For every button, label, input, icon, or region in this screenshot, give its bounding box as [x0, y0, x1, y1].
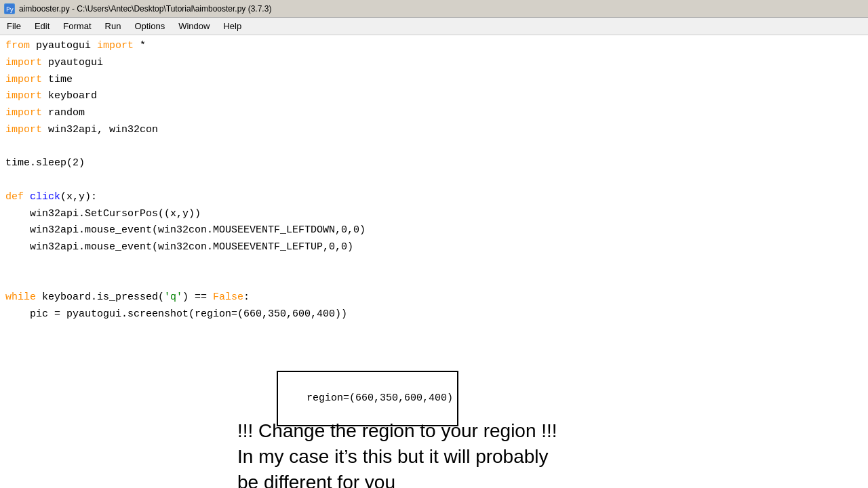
svg-text:Py: Py: [6, 6, 14, 13]
code-line-blank3: [5, 256, 863, 273]
code-line-blank4: [5, 273, 863, 290]
menu-file[interactable]: File: [0, 20, 28, 33]
callout-line3: be different for you: [237, 470, 678, 488]
code-line-10: def click(x,y):: [5, 189, 863, 206]
code-line-8: time.sleep(2): [5, 155, 863, 172]
code-line-12: win32api.mouse_event(win32con.MOUSEEVENT…: [5, 222, 863, 239]
menu-options[interactable]: Options: [127, 20, 172, 33]
code-line-3: import time: [5, 72, 863, 89]
annotation-text: region=(660,350,600,400): [307, 392, 453, 404]
menu-edit[interactable]: Edit: [28, 20, 56, 33]
callout-box: !!! Change the region to your region !!!…: [237, 418, 678, 488]
menu-bar: File Edit Format Run Options Window Help: [0, 18, 868, 35]
code-line-13: win32api.mouse_event(win32con.MOUSEEVENT…: [5, 239, 863, 256]
code-line-blank1: [5, 139, 863, 156]
window-title: aimbooster.py - C:\Users\Antec\Desktop\T…: [19, 4, 271, 14]
code-line-11: win32api.SetCursorPos((x,y)): [5, 206, 863, 223]
code-line-5: import random: [5, 105, 863, 122]
code-editor[interactable]: from pyautogui import * import pyautogui…: [0, 35, 868, 326]
menu-run[interactable]: Run: [98, 20, 128, 33]
callout-line2: In my case it’s this but it will probabl…: [237, 444, 678, 470]
code-line-16: while keyboard.is_pressed('q') == False:: [5, 289, 863, 306]
menu-help[interactable]: Help: [216, 20, 248, 33]
code-line-4: import keyboard: [5, 88, 863, 105]
callout-line1: !!! Change the region to your region !!!: [237, 418, 678, 444]
menu-format[interactable]: Format: [56, 20, 98, 33]
code-line-6: import win32api, win32con: [5, 122, 863, 139]
code-line-blank2: [5, 172, 863, 189]
code-line-2: import pyautogui: [5, 55, 863, 72]
app-icon: Py: [4, 3, 15, 14]
code-line-17: pic = pyautogui.screenshot(region=(660,3…: [5, 306, 863, 323]
menu-window[interactable]: Window: [172, 20, 216, 33]
title-bar: Py aimbooster.py - C:\Users\Antec\Deskto…: [0, 0, 868, 18]
code-line-1: from pyautogui import *: [5, 38, 863, 55]
